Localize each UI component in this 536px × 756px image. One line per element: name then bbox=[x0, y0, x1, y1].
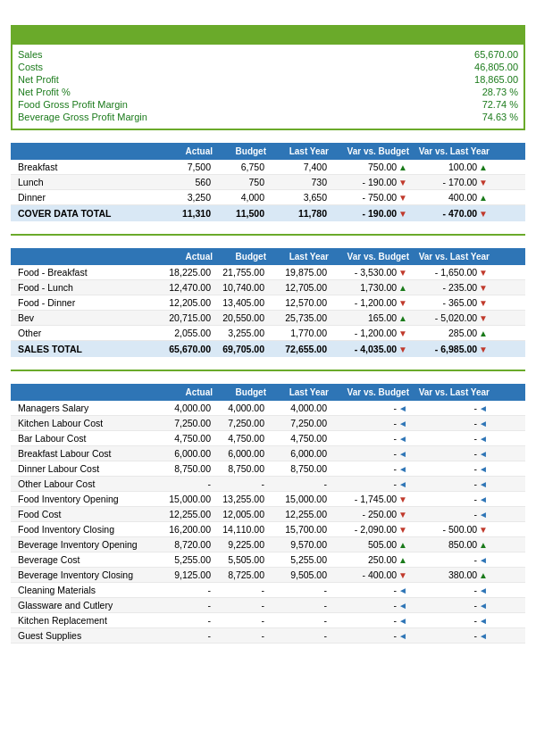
var-cell: - 365.00 ▼ bbox=[411, 297, 488, 308]
var-cell: - ◄ bbox=[411, 615, 488, 626]
arrow-down-icon: ▼ bbox=[479, 298, 488, 308]
table-row: Food Inventory Opening 15,000.00 13,255.… bbox=[11, 492, 525, 507]
var-budget-cell: - ◄ bbox=[329, 448, 409, 459]
column-header: Var vs. Budget bbox=[329, 252, 409, 262]
summary-label: Sales bbox=[18, 49, 43, 60]
var-cell: - ◄ bbox=[411, 554, 488, 565]
arrow-left-icon: ◄ bbox=[479, 403, 488, 413]
var-cell: - 190.00 ▼ bbox=[331, 208, 407, 219]
arrow-left-icon: ◄ bbox=[479, 586, 488, 595]
arrow-down-icon: ▼ bbox=[398, 345, 407, 354]
budget-value: 7,250.00 bbox=[213, 418, 266, 428]
var-cell: - ◄ bbox=[411, 585, 488, 595]
var-cell: - 1,200.00 ▼ bbox=[331, 297, 407, 308]
column-header: Var vs. Budget bbox=[329, 387, 409, 397]
column-header: Var vs. Last Year bbox=[409, 387, 490, 397]
actual-value: 5,255.00 bbox=[159, 554, 213, 565]
var-budget-cell: 750.00 ▲ bbox=[329, 162, 409, 172]
actual-value: 12,255.00 bbox=[159, 509, 213, 519]
actual-value: 7,250.00 bbox=[159, 418, 213, 428]
row-label: Kitchen Labour Cost bbox=[16, 418, 159, 428]
table-row: Guest Supplies - - - - ◄ - ◄ bbox=[11, 628, 525, 644]
actual-value: - bbox=[159, 478, 213, 489]
var-cell: - 1,745.00 ▼ bbox=[331, 494, 407, 504]
var-budget-cell: - ◄ bbox=[329, 600, 409, 611]
last-year-value: 12,255.00 bbox=[266, 509, 329, 519]
var-last-cell: - 170.00 ▼ bbox=[409, 177, 490, 187]
var-cell: - ◄ bbox=[331, 615, 407, 626]
arrow-left-icon: ◄ bbox=[398, 616, 407, 626]
row-label: Breakfast bbox=[16, 162, 159, 172]
var-cell: - 3,530.00 ▼ bbox=[331, 267, 407, 278]
sales-total-row: SALES TOTAL 65,670.00 69,705.00 72,655.0… bbox=[11, 341, 525, 357]
var-last-cell: - ◄ bbox=[409, 433, 490, 444]
arrow-down-icon: ▼ bbox=[398, 328, 407, 338]
var-cell: - ◄ bbox=[411, 433, 488, 444]
summary-value: 65,670.00 bbox=[429, 49, 518, 60]
arrow-down-icon: ▼ bbox=[398, 178, 407, 187]
arrow-left-icon: ◄ bbox=[398, 449, 407, 459]
last-year-value: 12,705.00 bbox=[266, 282, 329, 293]
row-label: Beverage Inventory Opening bbox=[16, 539, 159, 550]
var-last-cell: - ◄ bbox=[409, 403, 490, 413]
summary-label: Costs bbox=[18, 62, 43, 72]
var-cell: - 750.00 ▼ bbox=[331, 192, 407, 203]
var-budget-cell: - ◄ bbox=[329, 463, 409, 474]
budget-value: 3,255.00 bbox=[213, 328, 266, 338]
summary-value: 72.74 % bbox=[429, 99, 518, 110]
column-header: Budget bbox=[213, 146, 266, 156]
column-header: Last Year bbox=[266, 146, 329, 156]
summary-label: Food Gross Profit Margin bbox=[18, 99, 128, 110]
budget-value: - bbox=[213, 630, 266, 641]
actual-value: 9,125.00 bbox=[159, 569, 213, 580]
arrow-left-icon: ◄ bbox=[479, 631, 488, 641]
last-year-value: 12,570.00 bbox=[266, 297, 329, 308]
var-cell: 165.00 ▲ bbox=[331, 312, 407, 323]
row-label: Beverage Inventory Closing bbox=[16, 569, 159, 580]
summary-row: Net Profit18,865.00 bbox=[18, 73, 518, 86]
summary-header bbox=[13, 27, 523, 45]
table-row: Cleaning Materials - - - - ◄ - ◄ bbox=[11, 583, 525, 598]
arrow-down-icon: ▼ bbox=[479, 525, 488, 535]
column-header: Var vs. Last Year bbox=[409, 146, 490, 156]
arrow-left-icon: ◄ bbox=[479, 449, 488, 459]
actual-value: 560 bbox=[159, 177, 213, 187]
arrow-left-icon: ◄ bbox=[479, 419, 488, 428]
budget-value: 8,750.00 bbox=[213, 463, 266, 474]
arrow-left-icon: ◄ bbox=[398, 419, 407, 428]
var-cell: - ◄ bbox=[411, 630, 488, 641]
var-budget-cell: 250.00 ▲ bbox=[329, 554, 409, 565]
actual-value: 4,750.00 bbox=[159, 433, 213, 444]
costs-header: ActualBudgetLast YearVar vs. BudgetVar v… bbox=[11, 384, 525, 401]
var-budget-cell: - ◄ bbox=[329, 418, 409, 428]
budget-value: 8,725.00 bbox=[213, 569, 266, 580]
table-row: Breakfast Labour Cost 6,000.00 6,000.00 … bbox=[11, 446, 525, 461]
cover-total-row: COVER DATA TOTAL 11,310 11,500 11,780 - … bbox=[11, 205, 525, 221]
actual-value: 12,470.00 bbox=[159, 282, 213, 293]
last-year-value: 8,750.00 bbox=[266, 463, 329, 474]
var-budget-cell: - ◄ bbox=[329, 403, 409, 413]
budget-value: - bbox=[213, 478, 266, 489]
costs-section: ActualBudgetLast YearVar vs. BudgetVar v… bbox=[11, 384, 525, 644]
row-label: Managers Salary bbox=[16, 403, 159, 413]
column-header: Last Year bbox=[266, 252, 329, 262]
budget-value: 9,225.00 bbox=[213, 539, 266, 550]
summary-value: 46,805.00 bbox=[429, 62, 518, 72]
row-label: Dinner bbox=[16, 192, 159, 203]
actual-value: 8,720.00 bbox=[159, 539, 213, 550]
var-last-cell: 400.00 ▲ bbox=[409, 192, 490, 203]
actual-value: - bbox=[159, 630, 213, 641]
arrow-down-icon: ▼ bbox=[398, 298, 407, 308]
var-last-cell: 100.00 ▲ bbox=[409, 162, 490, 172]
budget-value: 10,740.00 bbox=[213, 282, 266, 293]
var-budget-cell: - 3,530.00 ▼ bbox=[329, 267, 409, 278]
actual-value: 3,250 bbox=[159, 192, 213, 203]
section-divider-1 bbox=[11, 234, 525, 236]
total-var-budget: - 4,035.00 ▼ bbox=[329, 344, 409, 354]
summary-section: Sales65,670.00Costs46,805.00Net Profit18… bbox=[11, 25, 525, 130]
var-budget-cell: - ◄ bbox=[329, 630, 409, 641]
row-label: Food Cost bbox=[16, 509, 159, 519]
budget-value: 750 bbox=[213, 177, 266, 187]
var-budget-cell: - 1,200.00 ▼ bbox=[329, 328, 409, 338]
total-last-year: 11,780 bbox=[266, 208, 329, 219]
